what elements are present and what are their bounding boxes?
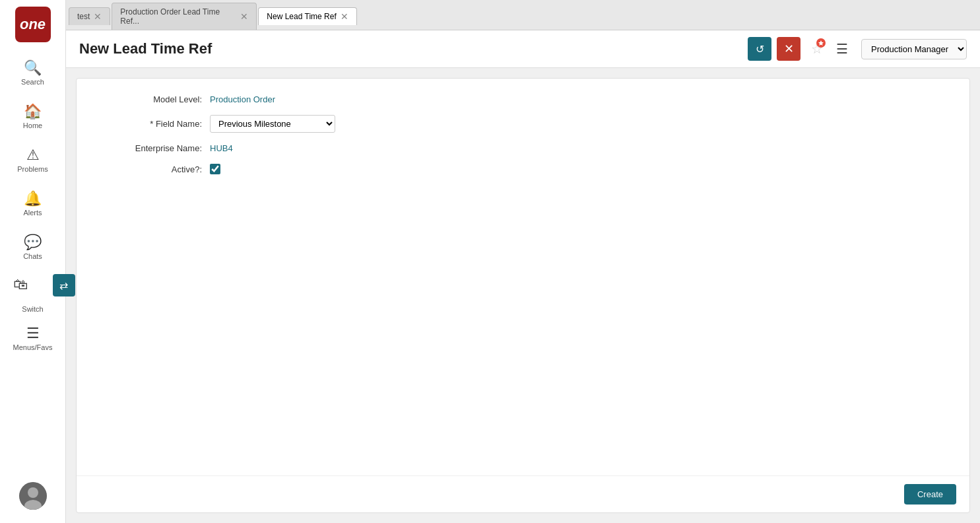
enterprise-name-row: Enterprise Name: HUB4 [96, 143, 950, 153]
svg-marker-3 [818, 40, 824, 46]
user-role-select[interactable]: Production Manager Admin Viewer [861, 39, 967, 59]
tab-new-lead-label: New Lead Time Ref [267, 12, 336, 21]
sidebar-item-menus[interactable]: ☰ Menus/Favs [3, 320, 63, 357]
sidebar-label-home: Home [23, 122, 42, 129]
switch-toggle-button[interactable]: ⇄ [53, 274, 75, 296]
main-area: test ✕ Production Order Lead Time Ref...… [66, 0, 980, 523]
search-icon: 🔍 [24, 59, 42, 77]
switch-section: 🛍 ⇄ Switch [0, 272, 75, 313]
tab-prod-order-close[interactable]: ✕ [240, 12, 248, 21]
chats-icon: 💬 [24, 234, 42, 251]
content-area: Model Level: Production Order * Field Na… [76, 78, 970, 513]
field-name-label: * Field Name: [96, 119, 202, 129]
switch-label: Switch [22, 305, 43, 313]
model-level-value: Production Order [210, 94, 275, 104]
sidebar-item-switch[interactable]: 🛍 [0, 272, 50, 298]
user-role-wrapper: Production Manager Admin Viewer [861, 39, 967, 59]
form-footer: Create [77, 475, 969, 512]
active-row: Active?: [96, 164, 950, 174]
favorites-button[interactable]: ☆ [806, 38, 828, 59]
refresh-icon: ↺ [756, 43, 764, 55]
alerts-icon: 🔔 [24, 190, 42, 207]
tab-test-label: test [77, 12, 90, 21]
tab-bar: test ✕ Production Order Lead Time Ref...… [66, 0, 980, 30]
field-name-row: * Field Name: Previous Milestone Next Mi… [96, 115, 950, 133]
tab-prod-order[interactable]: Production Order Lead Time Ref... ✕ [112, 3, 257, 30]
logo-text: one [20, 16, 46, 33]
sidebar-label-search: Search [21, 78, 44, 86]
switch-bag-icon: 🛍 [13, 276, 28, 293]
form-body: Model Level: Production Order * Field Na… [77, 79, 969, 475]
menus-icon: ☰ [26, 325, 40, 342]
sidebar-label-menus: Menus/Favs [13, 343, 53, 351]
tab-test-close[interactable]: ✕ [94, 12, 102, 21]
model-level-row: Model Level: Production Order [96, 94, 950, 104]
header-bar: New Lead Time Ref ↺ ✕ ☆ ☰ Production Man… [66, 30, 980, 68]
enterprise-label: Enterprise Name: [96, 143, 202, 153]
sidebar-label-alerts: Alerts [23, 209, 42, 217]
tab-new-lead[interactable]: New Lead Time Ref ✕ [258, 7, 356, 25]
sidebar-item-chats[interactable]: 💬 Chats [3, 228, 63, 265]
sidebar-label-problems: Problems [17, 165, 48, 173]
tab-test[interactable]: test ✕ [69, 7, 110, 25]
sidebar-item-problems[interactable]: ⚠ Problems [3, 141, 63, 178]
tab-prod-order-label: Production Order Lead Time Ref... [120, 7, 236, 26]
enterprise-value: HUB4 [210, 143, 233, 153]
hamburger-menu-button[interactable]: ☰ [836, 41, 848, 57]
home-icon: 🏠 [24, 103, 42, 120]
page-title: New Lead Time Ref [79, 40, 748, 57]
create-button[interactable]: Create [904, 484, 956, 505]
svg-point-1 [28, 487, 38, 498]
sidebar-item-home[interactable]: 🏠 Home [3, 98, 63, 135]
sidebar: one 🔍 Search 🏠 Home ⚠ Problems 🔔 Alerts … [0, 0, 66, 523]
active-label: Active?: [96, 164, 202, 174]
switch-row: 🛍 ⇄ [0, 272, 75, 298]
field-name-select[interactable]: Previous Milestone Next Milestone Start … [210, 115, 335, 133]
close-form-button[interactable]: ✕ [777, 37, 800, 61]
user-avatar[interactable] [19, 482, 47, 510]
sidebar-item-alerts[interactable]: 🔔 Alerts [3, 185, 63, 222]
close-icon: ✕ [784, 42, 794, 56]
header-actions: ↺ ✕ ☆ ☰ Production Manager Admin Viewer [748, 37, 967, 61]
problems-icon: ⚠ [26, 147, 40, 164]
app-logo[interactable]: one [15, 7, 51, 42]
refresh-button[interactable]: ↺ [748, 37, 771, 61]
sidebar-label-chats: Chats [23, 252, 42, 260]
tab-new-lead-close[interactable]: ✕ [341, 12, 348, 21]
sidebar-item-search[interactable]: 🔍 Search [3, 54, 63, 91]
model-level-label: Model Level: [96, 94, 202, 104]
star-badge [816, 38, 826, 48]
active-checkbox[interactable] [210, 164, 220, 174]
switch-arrows-icon: ⇄ [59, 279, 68, 292]
